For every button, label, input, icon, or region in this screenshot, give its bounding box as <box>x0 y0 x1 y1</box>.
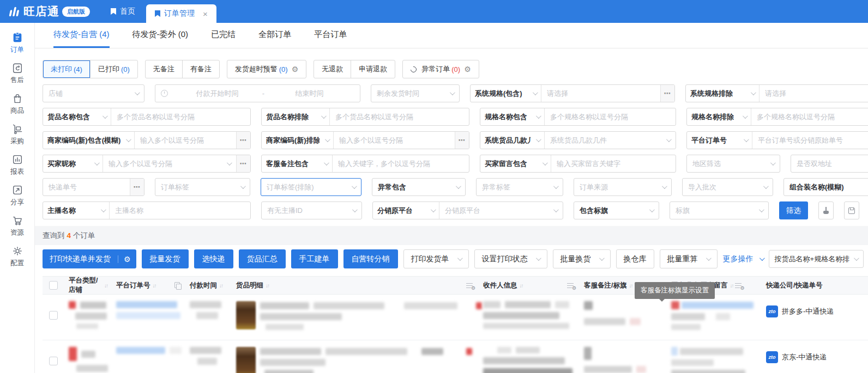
merchant-code-exclude-input[interactable]: 输入多个以逗号分隔 <box>334 132 455 149</box>
copy-icon[interactable] <box>174 282 181 289</box>
platform-order-no-select[interactable]: 平台订单号 <box>687 132 752 149</box>
change-warehouse-button[interactable]: 换仓库 <box>616 249 654 268</box>
ellipsis-button[interactable] <box>130 179 144 195</box>
batch-exchange-button[interactable]: 批量换货 <box>553 249 611 268</box>
sort-arrows-icon[interactable]: ↓↑ <box>153 283 156 289</box>
tab-pending-self[interactable]: 待发货-自营 (4) <box>53 23 110 48</box>
batch-recalc-button[interactable]: 批量重算 <box>660 249 718 268</box>
set-print-status-button[interactable]: 设置打印状态 <box>474 249 547 268</box>
sys-spec-exclude-select[interactable]: 系统规格排除 <box>686 85 760 102</box>
spec-name-exclude-select[interactable]: 规格名称排除 <box>687 108 751 125</box>
row-checkbox[interactable] <box>49 357 58 365</box>
anchor-name-select[interactable]: 主播名称 <box>43 202 110 219</box>
sys-goods-count-select[interactable]: 系统货品几款几 <box>480 132 545 149</box>
filter-abnormal-orders-button[interactable]: 异常订单(0) ⚙ <box>403 60 478 78</box>
buyer-nick-input[interactable]: 输入多个以逗号分隔 <box>103 155 236 172</box>
header-receiver-info[interactable]: 收件人信息↓↑ <box>479 277 580 294</box>
filter-unprinted-button[interactable]: 未打印(4) <box>43 60 91 78</box>
gear-icon[interactable]: ⚙ <box>464 65 471 73</box>
sidebar-item-settings[interactable]: 配置 <box>0 245 34 268</box>
close-icon[interactable]: × <box>203 10 208 18</box>
buyer-msg-include-select[interactable]: 买家留言包含 <box>480 155 551 172</box>
save-filter-plan-button[interactable] <box>844 201 859 219</box>
sidebar-item-reports[interactable]: 报表 <box>0 154 34 176</box>
sort-arrows-icon[interactable]: ↓↑ <box>629 283 632 289</box>
sort-order-select[interactable]: 按货品名称+规格名称排 <box>769 250 864 268</box>
sys-spec-include-select[interactable]: 系统规格(包含) <box>471 85 541 102</box>
sort-arrows-icon[interactable]: ↓↑ <box>104 283 107 289</box>
sort-arrows-icon[interactable]: ↓↑ <box>219 283 222 289</box>
double-address-select[interactable]: 是否双地址 <box>791 155 868 173</box>
gear-icon[interactable]: ⚙ <box>292 65 299 73</box>
print-and-ship-button[interactable]: 打印快递单并发货 ⚙ <box>43 249 136 268</box>
column-settings-icon[interactable] <box>567 282 575 289</box>
sidebar-item-purchase[interactable]: 采购 <box>0 123 34 146</box>
goods-name-exclude-input[interactable]: 多个货品名称以逗号分隔 <box>330 108 469 125</box>
filter-no-note-button[interactable]: 无备注 <box>146 60 183 78</box>
filter-apply-refund-button[interactable]: 申请退款 <box>351 60 395 78</box>
abnormal-include-select[interactable]: 异常包含 <box>372 178 466 196</box>
tab-pending-outsourced[interactable]: 待发货-委外 (0) <box>132 23 189 48</box>
filter-no-refund-button[interactable]: 无退款 <box>314 60 351 78</box>
buyer-msg-include-input[interactable]: 输入买家留言关键字 <box>551 155 676 172</box>
tab-all-orders[interactable]: 全部订单 <box>258 23 291 48</box>
dist-platform-input[interactable]: 分销原平台 <box>439 202 563 219</box>
ellipsis-button[interactable] <box>236 132 250 149</box>
tab-completed[interactable]: 已完结 <box>211 23 236 48</box>
print-invoice-button[interactable]: 打印发货单 <box>403 249 469 268</box>
cs-remark-include-select[interactable]: 客服备注包含 <box>262 155 333 172</box>
pick-express-button[interactable]: 选快递 <box>194 249 233 268</box>
anchor-name-input[interactable]: 主播名称 <box>110 202 250 219</box>
dist-platform-select[interactable]: 分销原平台 <box>373 202 439 219</box>
include-flag-select[interactable]: 包含标旗 <box>574 201 659 219</box>
top-tab-order-management[interactable]: 订单管理 × <box>146 4 216 23</box>
ellipsis-button[interactable] <box>455 132 469 149</box>
spec-name-exclude-input[interactable]: 多个规格名称以逗号分隔 <box>751 108 868 125</box>
header-pay-time[interactable]: 付款时间↓↑ <box>185 277 232 294</box>
sort-arrows-icon[interactable]: ↓↑ <box>520 283 523 289</box>
clear-filters-button[interactable] <box>818 201 834 219</box>
remaining-ship-time-select[interactable]: 剩余发货时间 <box>371 84 460 102</box>
merchant-code-exclude-select[interactable]: 商家编码(新)排除 <box>262 132 334 149</box>
flag-select[interactable]: 标旗 <box>670 201 769 219</box>
pay-time-range-input[interactable]: 付款开始时间 - 结束时间 <box>155 84 360 102</box>
order-source-select[interactable]: 订单来源 <box>574 178 672 196</box>
header-platform-shop[interactable]: 平台类型/店铺↓↑ <box>64 277 112 294</box>
import-batch-select[interactable]: 导入批次 <box>682 178 773 196</box>
more-operations-link[interactable]: 更多操作 <box>723 254 763 264</box>
spec-name-include-select[interactable]: 规格名称包含 <box>480 108 545 125</box>
order-tag-exclude-select[interactable]: 订单标签(排除) <box>261 178 361 196</box>
goods-summary-button[interactable]: 货品汇总 <box>239 249 286 268</box>
sidebar-item-aftersale[interactable]: 售后 <box>0 62 34 85</box>
buyer-nick-select[interactable]: 买家昵称 <box>43 155 103 172</box>
top-tab-home[interactable]: 首页 <box>100 0 146 23</box>
sidebar-item-goods[interactable]: 商品 <box>0 93 34 115</box>
merchant-code-include-select[interactable]: 商家编码(新)包含(模糊) <box>43 132 135 149</box>
sort-arrows-icon[interactable]: ↓↑ <box>266 283 269 289</box>
self-to-distribution-button[interactable]: 自营转分销 <box>343 249 398 268</box>
sys-spec-exclude-input[interactable]: 请选择 <box>760 85 868 102</box>
manual-order-button[interactable]: 手工建单 <box>291 249 338 268</box>
header-express-company-no[interactable]: 快递公司/快递单号 <box>762 277 868 294</box>
sort-arrows-icon[interactable]: ↓↑ <box>730 283 733 289</box>
merchant-code-include-input[interactable]: 输入多个以逗号分隔 <box>135 132 236 149</box>
ellipsis-button[interactable] <box>660 85 674 102</box>
sys-spec-include-input[interactable]: 请选择 <box>541 85 660 102</box>
filter-submit-button[interactable]: 筛选 <box>779 201 808 219</box>
gear-icon[interactable]: ⚙ <box>118 255 136 263</box>
column-settings-icon[interactable] <box>735 282 743 289</box>
abnormal-tag-select[interactable]: 异常标签 <box>476 178 563 196</box>
region-filter-select[interactable]: 地区筛选 <box>686 155 780 173</box>
sidebar-item-share[interactable]: 分享 <box>0 184 34 207</box>
sidebar-item-orders[interactable]: 订单 <box>0 32 34 54</box>
filter-timeout-warning-button[interactable]: 发货超时预警(0) ⚙ <box>227 60 306 78</box>
platform-order-no-input[interactable]: 平台订单号或分销原始单号 <box>752 132 868 149</box>
header-platform-order-no[interactable]: 平台订单号↓↑ <box>112 277 185 294</box>
filter-printed-button[interactable]: 已打印(0) <box>91 60 137 78</box>
tracking-no-input[interactable]: 快递单号 <box>43 179 130 195</box>
sys-goods-count-input[interactable]: 系统货品几款几件 <box>545 132 676 149</box>
goods-name-exclude-select[interactable]: 货品名称排除 <box>262 108 330 125</box>
filter-has-note-button[interactable]: 有备注 <box>183 60 219 78</box>
cs-remark-include-input[interactable]: 输入关键字，多个以逗号分隔 <box>333 155 469 172</box>
sidebar-item-resources[interactable]: 资源 <box>0 215 34 237</box>
